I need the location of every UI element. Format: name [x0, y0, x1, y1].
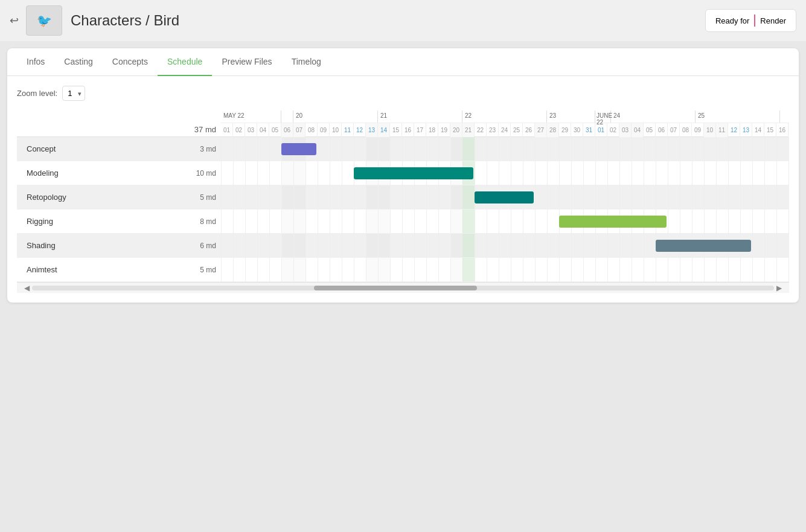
day-label: 01: [595, 123, 607, 137]
tabs: Infos Casting Concepts Schedule Preview …: [7, 48, 799, 76]
zoom-label: Zoom level:: [17, 89, 57, 98]
gantt-row: [221, 185, 789, 210]
scrollbar-row[interactable]: ◀ ▶: [17, 282, 789, 293]
day-label: 30: [571, 123, 583, 137]
today-highlight: [462, 258, 475, 281]
task-duration: 6 md: [186, 242, 216, 250]
day-label: 10: [704, 123, 716, 137]
task-duration: 10 md: [186, 169, 216, 178]
gantt-row: [221, 234, 789, 258]
task-list: 37 md Concept 3 md Modeling 10 md Retopo…: [17, 111, 221, 282]
day-label: 17: [414, 123, 426, 137]
task-list-header: 37 md: [17, 111, 221, 137]
task-row: Rigging 8 md: [17, 210, 221, 234]
page-title: Characters / Bird: [71, 12, 705, 29]
day-label: 05: [269, 123, 281, 137]
day-label: 12: [354, 123, 366, 137]
gantt-body: [221, 137, 789, 282]
day-label: 13: [740, 123, 752, 137]
day-label: 26: [523, 123, 535, 137]
day-label: 21: [462, 123, 475, 137]
schedule-content: Zoom level: 1 2 3 37 md: [7, 76, 799, 303]
day-label: 24: [499, 123, 511, 137]
scroll-right-arrow[interactable]: ▶: [774, 284, 784, 292]
day-labels-row: 0102030405060708091011121314151617181920…: [221, 123, 789, 137]
day-label: 20: [450, 123, 462, 137]
task-duration: 5 md: [186, 193, 216, 202]
day-label: 02: [233, 123, 245, 137]
gantt-header: MAY 22 20 21 22 23 JUNE 22 24 25: [221, 111, 789, 137]
day-label: 17: [788, 123, 789, 137]
day-label: 09: [318, 123, 330, 137]
week-label: [281, 111, 293, 123]
zoom-select[interactable]: 1 2 3: [62, 86, 85, 101]
scrollbar-track[interactable]: [32, 286, 774, 290]
day-label: 04: [632, 123, 644, 137]
gantt-bar[interactable]: [559, 216, 667, 228]
day-label: 29: [559, 123, 571, 137]
gantt-row: [221, 161, 789, 185]
week-label: 24: [611, 111, 696, 123]
day-label: 09: [692, 123, 704, 137]
day-label: 14: [752, 123, 764, 137]
day-label: 13: [366, 123, 378, 137]
day-label: 04: [257, 123, 269, 137]
gantt-scroll-area[interactable]: MAY 22 20 21 22 23 JUNE 22 24 25: [221, 111, 789, 282]
day-label: 03: [245, 123, 257, 137]
gantt-bar[interactable]: [656, 240, 751, 252]
ready-for-button[interactable]: Ready for Render: [705, 9, 796, 32]
day-label: 11: [716, 123, 728, 137]
task-name: Retopology: [27, 193, 186, 202]
header: ↩ 🐦 Characters / Bird Ready for Render: [0, 0, 806, 41]
day-label: 15: [390, 123, 402, 137]
task-row: Modeling 10 md: [17, 161, 221, 185]
day-label: 15: [764, 123, 776, 137]
day-label: 16: [402, 123, 414, 137]
task-name: Concept: [27, 144, 186, 153]
week-label: 21: [378, 111, 462, 123]
render-label: Render: [760, 16, 786, 25]
tab-timelog[interactable]: Timelog: [282, 48, 331, 76]
gantt-row: [221, 137, 789, 161]
day-label: 31: [583, 123, 595, 137]
day-label: 18: [426, 123, 438, 137]
day-label: 11: [342, 123, 354, 137]
tab-preview-files[interactable]: Preview Files: [212, 48, 281, 76]
scrollbar-thumb[interactable]: [314, 286, 477, 290]
day-label: 22: [475, 123, 487, 137]
tab-schedule[interactable]: Schedule: [158, 48, 212, 76]
day-label: 25: [511, 123, 523, 137]
day-label: 03: [619, 123, 632, 137]
week-label: 25: [696, 111, 780, 123]
gantt-bar[interactable]: [281, 143, 316, 155]
zoom-select-wrap: 1 2 3: [62, 86, 85, 101]
back-button[interactable]: ↩: [10, 14, 19, 27]
ready-divider: [754, 14, 755, 27]
day-label: 06: [281, 123, 293, 137]
week-label: 22: [462, 111, 547, 123]
tab-casting[interactable]: Casting: [54, 48, 102, 76]
today-highlight: [462, 137, 475, 161]
week-label: 23: [547, 111, 595, 123]
gantt-table: 37 md Concept 3 md Modeling 10 md Retopo…: [17, 111, 789, 282]
gantt-bar[interactable]: [354, 167, 473, 179]
task-row: Shading 6 md: [17, 234, 221, 258]
day-label: 06: [656, 123, 668, 137]
tab-concepts[interactable]: Concepts: [103, 48, 158, 76]
task-row: Retopology 5 md: [17, 185, 221, 210]
day-label: 07: [293, 123, 305, 137]
scroll-left-arrow[interactable]: ◀: [22, 284, 32, 292]
gantt-bar[interactable]: [475, 191, 534, 204]
task-row: Concept 3 md: [17, 137, 221, 161]
week-label: 20: [293, 111, 378, 123]
week-label: MAY 22: [221, 111, 281, 123]
task-duration: 5 md: [186, 266, 216, 274]
task-name: Shading: [27, 241, 186, 250]
day-label: 10: [330, 123, 342, 137]
day-label: 23: [487, 123, 499, 137]
tab-infos[interactable]: Infos: [17, 48, 54, 76]
day-label: 07: [668, 123, 680, 137]
task-duration: 8 md: [186, 217, 216, 226]
day-label: 12: [728, 123, 740, 137]
day-label: 05: [644, 123, 656, 137]
